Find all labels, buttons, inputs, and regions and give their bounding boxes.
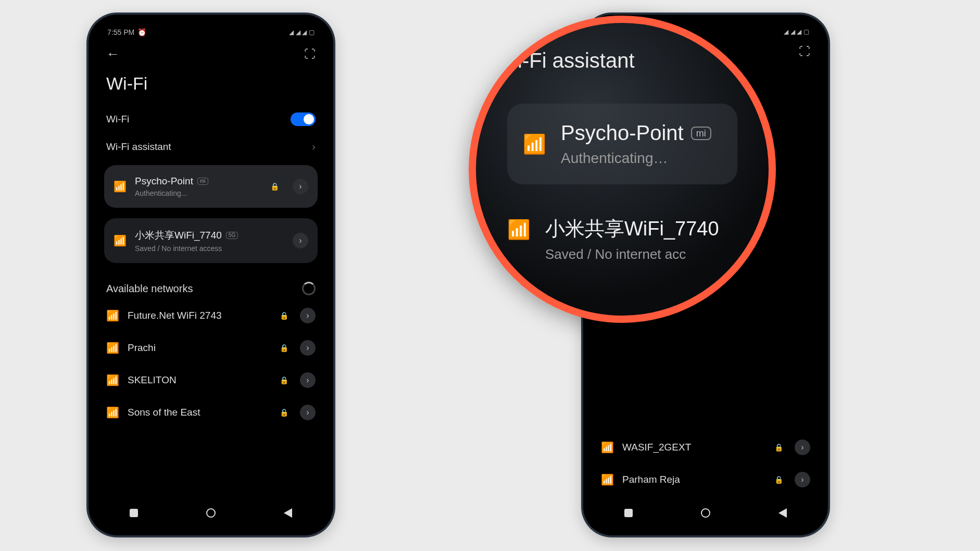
nav-home-icon[interactable]: [701, 508, 710, 518]
nav-back-icon[interactable]: [284, 508, 292, 518]
signal-icon: ◢ ◢ ◢: [784, 28, 801, 35]
available-networks-label: Available networks: [106, 283, 193, 295]
wifi-icon: 📶: [106, 374, 119, 386]
network-detail-button[interactable]: ›: [300, 372, 316, 388]
wifi-icon: 📶: [106, 342, 119, 354]
wifi-assistant-row[interactable]: Wi-Fi assistant ›: [96, 133, 326, 160]
wifi-assistant-label: Wi-Fi assistant: [106, 141, 171, 153]
zoom-network-name: 小米共享WiFi_7740: [545, 216, 719, 242]
nav-recent-icon[interactable]: [130, 509, 138, 517]
network-name: Sons of the East: [128, 407, 271, 418]
wifi-toggle-label: Wi-Fi: [106, 114, 129, 125]
lock-icon: 🔒: [280, 311, 288, 320]
connected-network-card[interactable]: 📶 Psycho-Point mi Authenticating... 🔒 ›: [104, 165, 318, 208]
app-bar: ← ⛶: [96, 39, 326, 65]
wifi-icon: 📶: [106, 309, 119, 322]
wifi-toggle-row[interactable]: Wi-Fi: [96, 105, 326, 133]
available-networks-header: Available networks: [96, 268, 326, 299]
lock-icon: 🔒: [280, 408, 288, 417]
wifi-icon: 📶: [114, 180, 127, 193]
zoom-network-status: Authenticating…: [561, 150, 711, 167]
network-name: Psycho-Point: [135, 176, 193, 187]
wifi-icon: 📶: [601, 441, 614, 454]
network-detail-button[interactable]: ›: [795, 472, 810, 487]
wifi-icon: 📶: [106, 406, 119, 419]
network-status: Authenticating...: [135, 189, 262, 197]
saved-network-card[interactable]: 📶 小米共享WiFi_7740 5G Saved / No internet a…: [104, 218, 318, 263]
band-badge: 5G: [226, 232, 238, 239]
mi-badge: mi: [691, 127, 711, 140]
alarm-icon: ⏰: [137, 28, 146, 36]
network-row[interactable]: 📶Sons of the East🔒›: [96, 396, 326, 429]
zoom-callout: i-Fi assistant 📶 Psycho-Point mi Authent…: [469, 16, 776, 323]
zoom-network-card[interactable]: 📶 Psycho-Point mi Authenticating…: [507, 104, 737, 184]
network-detail-button[interactable]: ›: [300, 340, 316, 356]
back-icon[interactable]: ←: [106, 46, 120, 62]
network-row[interactable]: 📶Parham Reja🔒›: [590, 464, 821, 496]
screen: 7:55 PM ⏰ ◢ ◢ ◢ ▢ ← ⛶ Wi-Fi Wi-Fi Wi-Fi …: [96, 22, 326, 528]
lock-icon: 🔒: [280, 344, 288, 352]
network-name: WASIF_2GEXT: [622, 442, 766, 453]
network-row[interactable]: 📶SKELITON🔒›: [96, 364, 326, 396]
nav-recent-icon[interactable]: [624, 509, 633, 517]
chevron-right-icon: ›: [312, 141, 316, 153]
network-row[interactable]: 📶Prachi🔒›: [96, 332, 326, 364]
network-detail-button[interactable]: ›: [795, 440, 810, 455]
wifi-toggle[interactable]: [291, 112, 316, 126]
signal-icon: ◢ ◢ ◢: [289, 29, 307, 36]
network-detail-button[interactable]: ›: [300, 308, 316, 323]
lock-icon: 🔒: [774, 443, 783, 452]
status-time: 7:55 PM: [107, 28, 134, 36]
network-name: Prachi: [128, 342, 271, 354]
network-detail-button[interactable]: ›: [300, 405, 316, 420]
network-name: Parham Reja: [622, 474, 766, 485]
mi-badge: mi: [197, 178, 208, 185]
lock-icon: 🔒: [280, 376, 288, 384]
network-name: Future.Net WiFi 2743: [128, 310, 271, 321]
refresh-spinner-icon[interactable]: [302, 282, 316, 295]
qr-scan-icon[interactable]: ⛶: [799, 45, 810, 58]
wifi-icon: 📶: [507, 219, 531, 241]
wifi-icon: 📶: [601, 473, 614, 486]
qr-scan-icon[interactable]: ⛶: [304, 47, 316, 61]
network-detail-button[interactable]: ›: [293, 179, 308, 194]
network-name: SKELITON: [128, 374, 271, 386]
page-title: Wi-Fi: [96, 65, 326, 105]
nav-back-icon[interactable]: [778, 508, 787, 518]
nav-home-icon[interactable]: [206, 508, 216, 518]
network-name: 小米共享WiFi_7740: [135, 229, 222, 242]
status-bar: 7:55 PM ⏰ ◢ ◢ ◢ ▢: [96, 22, 326, 39]
lock-icon: 🔒: [270, 182, 279, 191]
zoom-network-card-2[interactable]: 📶 小米共享WiFi_7740 Saved / No internet acc: [507, 200, 737, 262]
network-detail-button[interactable]: ›: [293, 233, 308, 248]
battery-icon: ▢: [803, 28, 809, 35]
network-row[interactable]: 📶WASIF_2GEXT🔒›: [590, 431, 821, 464]
zoom-network-status: Saved / No internet acc: [545, 246, 719, 262]
network-status: Saved / No internet access: [135, 244, 284, 253]
zoom-network-name: Psycho-Point: [561, 121, 684, 145]
network-row[interactable]: 📶Future.Net WiFi 2743🔒›: [96, 299, 326, 332]
wifi-icon: 📶: [114, 234, 127, 247]
android-nav-bar: [590, 499, 821, 528]
lock-icon: 🔒: [774, 475, 783, 484]
phone-mockup-left: 7:55 PM ⏰ ◢ ◢ ◢ ▢ ← ⛶ Wi-Fi Wi-Fi Wi-Fi …: [89, 15, 333, 535]
wifi-icon: 📶: [523, 133, 546, 155]
battery-icon: ▢: [309, 29, 315, 36]
android-nav-bar: [96, 499, 326, 528]
zoom-title: i-Fi assistant: [518, 49, 737, 72]
